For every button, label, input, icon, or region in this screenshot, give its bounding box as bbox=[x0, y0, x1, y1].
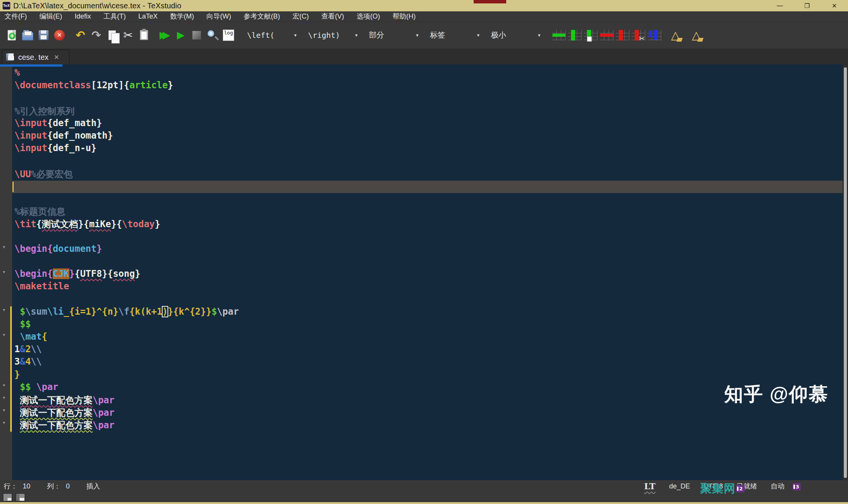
code-line[interactable]: ▾ $\sum\li_{i=1}^{n}\f{k(k+1)}{k^{2}}$\p… bbox=[12, 306, 843, 319]
add-column-button[interactable] bbox=[567, 26, 583, 44]
menu-item[interactable]: 帮助(H) bbox=[393, 12, 416, 21]
spell-language[interactable]: de_DE bbox=[669, 482, 690, 490]
open-file-button[interactable] bbox=[20, 26, 36, 44]
close-button[interactable]: ✕ bbox=[821, 0, 848, 11]
save-button[interactable] bbox=[36, 26, 52, 44]
menu-item[interactable]: 查看(V) bbox=[321, 12, 344, 21]
fold-marker-icon[interactable]: ▾ bbox=[2, 306, 6, 313]
code-token: document bbox=[53, 243, 97, 254]
fold-marker-icon[interactable]: ▾ bbox=[2, 407, 6, 413]
left-delimiter-dropdown[interactable]: \left( ▼ bbox=[247, 31, 297, 40]
code-line[interactable] bbox=[12, 92, 843, 105]
paste-column-button[interactable] bbox=[583, 26, 599, 44]
code-area[interactable]: %\documentclass[12pt]{article}%引入控制系列\in… bbox=[0, 67, 843, 432]
paste-button[interactable] bbox=[136, 26, 152, 44]
code-line[interactable]: \input{def_nomath} bbox=[12, 130, 843, 143]
code-token: 1 bbox=[14, 344, 20, 354]
menu-item[interactable]: 向导(W) bbox=[207, 12, 231, 21]
new-file-button[interactable]: + bbox=[4, 26, 20, 44]
editor[interactable]: %\documentclass[12pt]{article}%引入控制系列\in… bbox=[0, 64, 848, 480]
watermark-badge-3: 3 bbox=[793, 483, 801, 490]
menu-item[interactable]: 选项(O) bbox=[357, 12, 380, 21]
tab-cese-tex[interactable]: cese. tex ✕ bbox=[2, 50, 69, 64]
code-line[interactable]: ▾ 测试一下配色方案\par bbox=[12, 394, 843, 407]
code-line[interactable] bbox=[12, 231, 843, 243]
fold-marker-icon[interactable]: ▾ bbox=[2, 243, 6, 250]
open-folder-icon bbox=[22, 32, 33, 41]
code-line[interactable]: %引入控制系列 bbox=[12, 105, 843, 118]
fold-marker-icon[interactable]: ▾ bbox=[2, 382, 6, 389]
code-line[interactable]: \input{def_math} bbox=[12, 118, 843, 130]
redo-button[interactable]: ↷ bbox=[88, 26, 104, 44]
code-line[interactable]: % bbox=[12, 67, 843, 80]
code-line[interactable]: 1&2\\ bbox=[12, 344, 843, 356]
menu-item[interactable]: 文件(F) bbox=[5, 12, 27, 21]
menu-item[interactable]: 工具(T) bbox=[103, 12, 126, 21]
scrollbar-thumb[interactable] bbox=[844, 67, 847, 478]
cut-column-icon: ✂ bbox=[632, 30, 645, 41]
tab-close-icon[interactable]: ✕ bbox=[54, 53, 59, 61]
code-line[interactable]: \input{def_n-u} bbox=[12, 143, 843, 155]
code-line[interactable]: ▾\begin{document} bbox=[12, 243, 843, 256]
code-line[interactable]: ▾ 测试一下配色方案\par bbox=[12, 407, 843, 419]
minimize-button[interactable]: — bbox=[766, 0, 793, 11]
compile-button[interactable]: ▶ bbox=[173, 26, 189, 44]
layout-toggle-icon[interactable] bbox=[3, 493, 12, 501]
add-row-button[interactable] bbox=[551, 26, 567, 44]
code-line[interactable] bbox=[12, 256, 843, 268]
cut-column-button[interactable]: ✂ bbox=[631, 26, 646, 44]
right-bracket-wizard-button[interactable]: △ bbox=[688, 26, 704, 44]
fold-marker-icon[interactable]: ▾ bbox=[2, 394, 6, 401]
menu-item[interactable]: LaTeX bbox=[138, 12, 158, 20]
menu-item[interactable]: Idefix bbox=[75, 12, 91, 20]
code-line[interactable] bbox=[12, 193, 843, 206]
view-log-button[interactable]: log bbox=[221, 26, 236, 44]
window-title: D:\LaTeX\latex_document\w\cese.tex - TeX… bbox=[13, 2, 181, 10]
right-delimiter-dropdown[interactable]: \right) ▼ bbox=[308, 31, 358, 40]
close-file-button[interactable]: ✕ bbox=[52, 26, 67, 44]
stop-button[interactable] bbox=[189, 26, 205, 44]
layout-split-icon[interactable] bbox=[16, 493, 25, 501]
code-line[interactable]: ▾ 测试一下配色方案\par bbox=[12, 419, 843, 432]
remove-row-button[interactable] bbox=[599, 26, 615, 44]
build-and-view-button[interactable]: ▶▶ bbox=[157, 26, 173, 44]
code-line[interactable]: ▾\begin{CJK}{UTF8}{song} bbox=[12, 268, 843, 281]
left-delimiter-value: \left( bbox=[247, 31, 283, 40]
code-line[interactable]: %标题页信息 bbox=[12, 206, 843, 218]
label-dropdown[interactable]: 标签 ▼ bbox=[430, 30, 480, 40]
undo-button[interactable]: ↶ bbox=[72, 26, 88, 44]
code-line[interactable]: ▾ \mat{ bbox=[12, 331, 843, 344]
align-columns-button[interactable] bbox=[646, 26, 662, 44]
menu-item[interactable]: 编辑(E) bbox=[39, 12, 62, 21]
section-dropdown[interactable]: 部分 ▼ bbox=[369, 30, 419, 40]
code-line[interactable]: 3&4\\ bbox=[12, 356, 843, 369]
code-line[interactable] bbox=[12, 293, 843, 306]
log-icon: log bbox=[223, 30, 234, 41]
fold-marker-icon[interactable]: ▾ bbox=[2, 419, 6, 426]
code-line[interactable]: \UU%必要宏包 bbox=[12, 168, 843, 181]
menu-item[interactable]: 宏(C) bbox=[293, 12, 309, 21]
menu-item[interactable]: 数学(M) bbox=[170, 12, 194, 21]
size-dropdown[interactable]: 极小 ▼ bbox=[491, 30, 541, 40]
code-line[interactable]: \maketitle bbox=[12, 281, 843, 293]
fold-marker-icon[interactable]: ▾ bbox=[2, 268, 6, 275]
fold-marker-icon[interactable]: ▾ bbox=[2, 331, 6, 338]
code-line[interactable]: ▾ $$ \par bbox=[12, 382, 843, 394]
code-line[interactable] bbox=[12, 155, 843, 168]
languagetool-indicator[interactable]: LT bbox=[644, 481, 656, 491]
copy-button[interactable] bbox=[104, 26, 120, 44]
restore-button[interactable]: ❐ bbox=[793, 0, 821, 11]
cut-button[interactable]: ✂ bbox=[120, 26, 136, 44]
vertical-scrollbar[interactable] bbox=[843, 64, 848, 480]
code-line[interactable]: $$ bbox=[12, 319, 843, 331]
code-line[interactable] bbox=[12, 181, 843, 193]
code-line[interactable]: \tit{测试文档}{miKe}{\today} bbox=[12, 218, 843, 231]
tab-label: cese. tex bbox=[18, 53, 49, 62]
left-bracket-wizard-button[interactable]: △ bbox=[667, 26, 683, 44]
code-line[interactable]: \documentclass[12pt]{article} bbox=[12, 80, 843, 92]
menu-item[interactable]: 参考文献(B) bbox=[244, 12, 280, 21]
remove-column-button[interactable] bbox=[615, 26, 631, 44]
code-token: UTF8 bbox=[80, 268, 102, 279]
view-pdf-button[interactable] bbox=[205, 26, 221, 44]
code-line[interactable]: } bbox=[12, 369, 843, 382]
